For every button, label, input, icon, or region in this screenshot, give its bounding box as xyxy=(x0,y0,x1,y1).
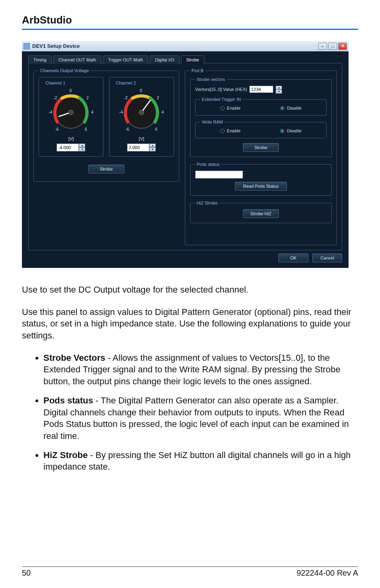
ext-trigger-enable-radio[interactable]: Enable xyxy=(220,106,241,110)
radio-icon xyxy=(220,129,225,133)
list-item: HiZ Strobe - By pressing the Set HiZ but… xyxy=(43,449,358,473)
tab-timing[interactable]: Timing xyxy=(28,55,52,64)
vectors-spin-up[interactable]: ▲ xyxy=(276,86,282,90)
channel1-spin-up[interactable]: ▲ xyxy=(79,144,85,147)
bullet-lead: Strobe Vectors xyxy=(43,353,105,363)
pods-status-legend: Pods status xyxy=(195,162,221,167)
channel2-legend: Channel 2 xyxy=(114,81,137,85)
minimize-button[interactable]: – xyxy=(318,43,327,50)
window-title: DEV1 Setup Device xyxy=(32,43,80,49)
app-icon xyxy=(24,43,30,49)
channel1-dial[interactable]: 0 -2 2 -4 4 -6 6 xyxy=(47,87,95,135)
pod-b-legend: Pod B xyxy=(190,68,205,73)
write-ram-disable-radio[interactable]: Disable xyxy=(280,128,302,133)
body-para-1: Use to set the DC Output voltage for the… xyxy=(22,284,358,296)
vectors-spin-down[interactable]: ▼ xyxy=(276,90,282,94)
tick: 0 xyxy=(69,88,72,93)
tab-strobe[interactable]: Strobe xyxy=(181,55,204,64)
channel1-unit: [V] xyxy=(42,136,100,141)
tick: -4 xyxy=(49,110,52,114)
radio-label: Enable xyxy=(227,128,241,133)
tick: 2 xyxy=(86,96,89,100)
strobe-vectors-legend: Strobe vectors xyxy=(195,77,227,82)
tick: -4 xyxy=(119,110,123,114)
page-title: ArbStudio xyxy=(22,14,358,30)
tick: -6 xyxy=(125,127,129,132)
ok-button[interactable]: OK xyxy=(278,254,308,262)
close-button[interactable]: ✕ xyxy=(338,43,347,50)
titlebar: DEV1 Setup Device – □ ✕ xyxy=(22,41,349,51)
maximize-button[interactable]: □ xyxy=(328,43,337,50)
tab-trigger-out-math[interactable]: Trigger OUT Math xyxy=(103,55,148,64)
read-pods-status-button[interactable]: Read Pods Status xyxy=(235,182,287,191)
list-item: Strobe Vectors - Allows the assignment o… xyxy=(43,352,358,387)
page-number: 50 xyxy=(22,568,31,578)
tick: -2 xyxy=(124,96,127,100)
radio-icon xyxy=(280,106,284,110)
extended-trigger-legend: Extended Trigger IN xyxy=(200,97,243,102)
tab-digital-io[interactable]: Digital I/O xyxy=(150,55,179,64)
channels-output-voltage-legend: Channels Output Voltage xyxy=(39,68,90,73)
hiz-strobe-legend: HiZ Strobe xyxy=(195,201,219,205)
ext-trigger-disable-radio[interactable]: Disable xyxy=(280,106,302,110)
channel1-spin-down[interactable]: ▼ xyxy=(79,147,85,151)
tick: 0 xyxy=(140,88,142,93)
write-ram-enable-radio[interactable]: Enable xyxy=(220,128,241,133)
tick: 2 xyxy=(157,96,159,100)
bullet-lead: Pods status xyxy=(43,395,93,405)
radio-icon xyxy=(280,129,284,133)
channel1-box: Channel 1 xyxy=(39,77,104,157)
tab-strip: Timing Channel OUT Math Trigger OUT Math… xyxy=(28,55,342,64)
write-ram-legend: Write RAM xyxy=(200,120,225,124)
bullet-rest: - By pressing the Set HiZ button all dig… xyxy=(43,450,351,472)
tick: 4 xyxy=(162,110,164,114)
strobe-hiz-button[interactable]: Strobe HiZ xyxy=(243,209,279,218)
tick: -2 xyxy=(53,96,57,100)
dialog-screenshot: DEV1 Setup Device – □ ✕ Timing Channel O… xyxy=(22,41,349,268)
vectors-label: Vectors[15..0] Value (HEX) xyxy=(195,87,247,92)
strobe-vectors-strobe-button[interactable]: Strobe xyxy=(243,143,279,152)
tick: -6 xyxy=(55,127,59,132)
doc-revision: 922244-00 Rev A xyxy=(296,568,358,578)
list-item: Pods status - The Digital Pattern Genera… xyxy=(43,395,358,442)
tick: 6 xyxy=(155,127,158,132)
radio-label: Enable xyxy=(227,106,241,110)
radio-icon xyxy=(220,106,225,110)
radio-label: Disable xyxy=(287,106,302,110)
channel2-unit: [V] xyxy=(113,136,170,141)
tab-channel-out-math[interactable]: Channel OUT Math xyxy=(53,55,102,64)
channel2-dial[interactable]: 0 -2 2 -4 4 -6 6 xyxy=(118,87,165,135)
left-strobe-button[interactable]: Strobe xyxy=(88,165,124,173)
body-para-2: Use this panel to assign values to Digit… xyxy=(22,306,358,342)
channel1-legend: Channel 1 xyxy=(44,81,67,85)
channel1-value-input[interactable] xyxy=(57,144,79,151)
channel2-value-input[interactable] xyxy=(127,144,149,151)
radio-label: Disable xyxy=(287,128,302,133)
channel2-spin-up[interactable]: ▲ xyxy=(149,144,156,147)
bullet-lead: HiZ Strobe xyxy=(43,450,88,460)
channel2-box: Channel 2 xyxy=(109,77,174,157)
pods-status-readout xyxy=(195,171,243,179)
tick: 6 xyxy=(85,127,87,132)
cancel-button[interactable]: Cancel xyxy=(312,254,342,262)
channel2-spin-down[interactable]: ▼ xyxy=(149,147,156,151)
vectors-value-input[interactable] xyxy=(249,86,273,93)
tick: 4 xyxy=(91,110,94,114)
